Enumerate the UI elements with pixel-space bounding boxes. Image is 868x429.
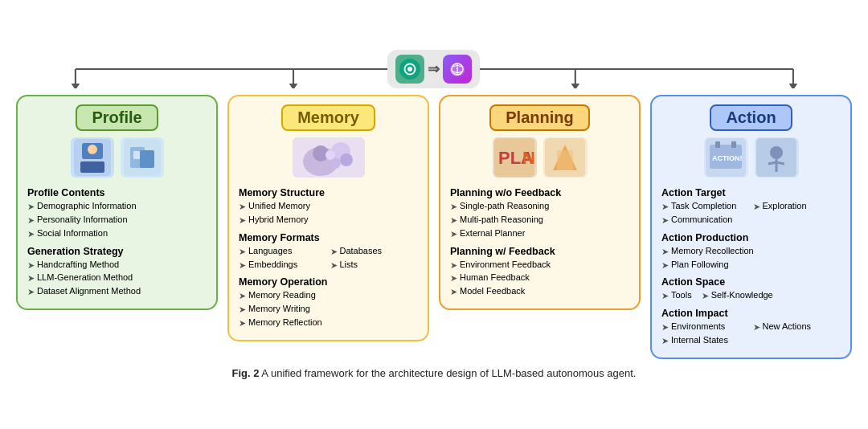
bullet-arrow-icon: ➤: [661, 259, 669, 272]
planning-feedback-heading: Planning w/ Feedback: [450, 246, 629, 257]
planning-img-2: [543, 137, 588, 178]
profile-gen-2: ➤ LLM-Generation Method: [27, 272, 207, 285]
action-production-heading: Action Production: [661, 232, 841, 243]
bullet-arrow-icon: ➤: [239, 290, 246, 303]
svg-point-26: [326, 150, 335, 160]
action-impact-3: ➤ New Actions: [753, 321, 841, 334]
svg-marker-8: [571, 84, 579, 88]
memory-struct-2: ➤ Hybrid Memory: [239, 214, 418, 227]
bullet-arrow-icon: ➤: [239, 317, 246, 330]
bullet-arrow-icon: ➤: [661, 290, 669, 303]
arrow-right-icon: ⇒: [428, 60, 440, 78]
memory-img: [293, 137, 365, 178]
memory-card: Memory Memory Structure ➤ Unified Memory…: [227, 95, 429, 342]
memory-fmt-1: ➤ Languages: [239, 245, 327, 259]
svg-text:N: N: [522, 148, 534, 168]
bullet-arrow-icon: ➤: [239, 246, 246, 259]
planning-f-2: ➤ Human Feedback: [450, 272, 629, 285]
action-title: Action: [710, 104, 792, 131]
bullet-arrow-icon: ➤: [661, 246, 669, 259]
action-impact-heading: Action Impact: [661, 308, 841, 319]
planning-nf-2: ➤ Multi-path Reasoning: [450, 214, 629, 227]
memory-struct-1: ➤ Unified Memory: [239, 200, 418, 214]
memory-title: Memory: [281, 104, 375, 131]
bullet-arrow-icon: ➤: [753, 321, 760, 334]
svg-rect-16: [80, 161, 104, 173]
bullet-arrow-icon: ➤: [27, 272, 35, 285]
action-target-1: ➤ Task Completion: [661, 200, 750, 214]
action-target-grid: ➤ Task Completion ➤ Exploration ➤ Commun…: [661, 200, 841, 227]
bullet-arrow-icon: ➤: [753, 201, 760, 214]
memory-operation-heading: Memory Operation: [239, 276, 418, 288]
svg-marker-4: [788, 84, 797, 88]
memory-images: [239, 137, 418, 181]
svg-line-41: [768, 162, 776, 164]
bullet-arrow-icon: ➤: [27, 214, 35, 227]
bullet-arrow-icon: ➤: [330, 259, 338, 272]
memory-op-1: ➤ Memory Reading: [239, 289, 418, 303]
profile-img-2: [121, 137, 164, 178]
bullet-arrow-icon: ➤: [661, 335, 669, 348]
bullet-arrow-icon: ➤: [239, 304, 246, 317]
profile-contents-heading: Profile Contents: [27, 187, 207, 198]
bullet-arrow-icon: ➤: [27, 228, 35, 241]
svg-line-42: [776, 162, 784, 164]
bullet-arrow-icon: ➤: [27, 259, 35, 272]
action-space-2: ➤ Self-Knowledge: [702, 289, 773, 303]
bullet-arrow-icon: ➤: [450, 201, 457, 214]
profile-gen-3: ➤ Dataset Alignment Method: [27, 285, 207, 299]
bullet-arrow-icon: ➤: [330, 246, 338, 259]
memory-structure-heading: Memory Structure: [239, 187, 418, 198]
bullet-arrow-icon: ➤: [661, 321, 669, 334]
svg-rect-32: [557, 150, 573, 170]
profile-gen-1: ➤ Handcrafting Method: [27, 259, 207, 272]
action-target-2: ➤ Communication: [661, 214, 750, 227]
profile-item-1: ➤ Demographic Information: [27, 200, 207, 214]
planning-f-3: ➤ Model Feedback: [450, 285, 629, 299]
bullet-arrow-icon: ➤: [450, 259, 457, 272]
profile-item-2: ➤ Personality Information: [27, 214, 207, 227]
svg-text:ACTION!: ACTION!: [712, 154, 743, 162]
planning-card: Planning PLA N Planning w/o Feedback ➤ S…: [439, 95, 641, 311]
profile-title: Profile: [76, 104, 158, 131]
action-prod-2: ➤ Plan Following: [661, 259, 841, 272]
svg-marker-6: [289, 84, 297, 88]
bullet-arrow-icon: ➤: [239, 201, 246, 214]
planning-nf-3: ➤ External Planner: [450, 227, 629, 241]
memory-formats-grid: ➤ Languages ➤ Databases ➤ Embeddings ➤ L…: [239, 245, 418, 272]
planning-nf-1: ➤ Single-path Reasoning: [450, 200, 629, 214]
svg-point-39: [770, 146, 783, 159]
action-space-heading: Action Space: [661, 276, 841, 288]
planning-nofeedback-heading: Planning w/o Feedback: [450, 187, 629, 198]
svg-point-24: [340, 153, 353, 166]
bullet-arrow-icon: ➤: [450, 214, 457, 227]
memory-formats-heading: Memory Formats: [239, 232, 418, 243]
profile-img-1: [71, 137, 114, 178]
svg-rect-36: [715, 141, 720, 148]
memory-fmt-3: ➤ Databases: [330, 245, 419, 259]
planning-f-1: ➤ Environment Feedback: [450, 259, 629, 272]
top-center-icons: ⇒: [387, 50, 480, 88]
memory-op-3: ➤ Memory Reflection: [239, 317, 418, 330]
bullet-arrow-icon: ➤: [239, 214, 246, 227]
diagram-container: ⇒ Profile Profile Contents ➤: [16, 45, 852, 380]
memory-fmt-2: ➤ Embeddings: [239, 259, 327, 272]
bullet-arrow-icon: ➤: [450, 272, 457, 285]
bullet-arrow-icon: ➤: [450, 228, 457, 241]
planning-img-1: PLA N: [493, 137, 537, 178]
svg-point-15: [88, 145, 97, 154]
action-prod-1: ➤ Memory Recollection: [661, 245, 841, 259]
action-space-row: ➤ Tools ➤ Self-Knowledge: [661, 289, 841, 303]
action-img-2: [755, 137, 799, 178]
caption-fig-label: Fig. 2: [232, 367, 260, 379]
bullet-arrow-icon: ➤: [702, 290, 709, 303]
profile-card: Profile Profile Contents ➤ Demographic I…: [16, 95, 218, 311]
profile-images: [27, 137, 207, 181]
cards-row: Profile Profile Contents ➤ Demographic I…: [16, 95, 852, 360]
svg-marker-2: [71, 84, 80, 88]
generation-strategy-heading: Generation Strategy: [27, 246, 207, 257]
brain-icon: [443, 55, 472, 84]
bullet-arrow-icon: ➤: [27, 201, 35, 214]
figure-caption: Fig. 2 A unified framework for the archi…: [232, 367, 637, 379]
planning-images: PLA N: [450, 137, 629, 181]
